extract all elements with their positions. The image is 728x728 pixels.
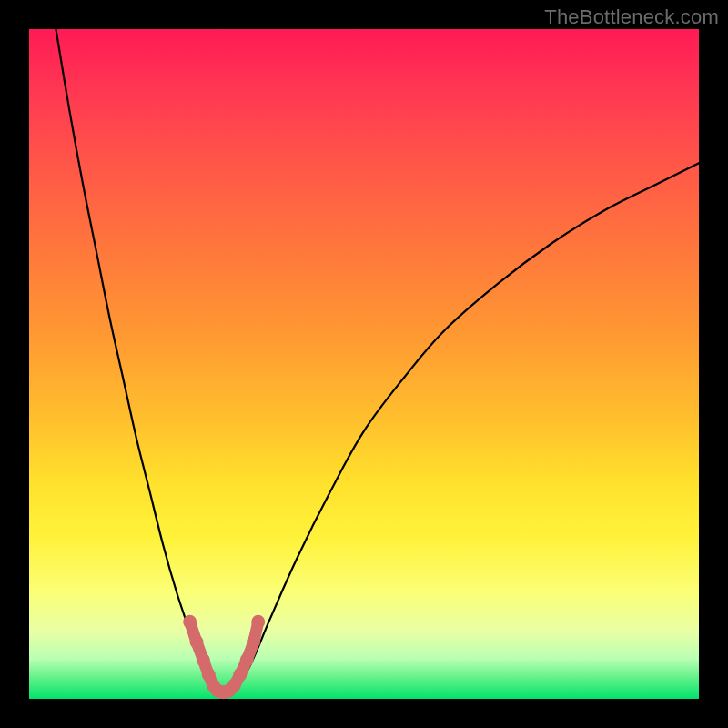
- chart-frame: TheBottleneck.com: [0, 0, 728, 728]
- svg-point-1: [190, 635, 204, 649]
- svg-point-11: [247, 635, 260, 649]
- curve-right-branch: [233, 163, 699, 692]
- svg-point-10: [240, 653, 254, 667]
- watermark-text: TheBottleneck.com: [544, 5, 719, 29]
- v-marker-series: [183, 615, 265, 699]
- plot-area: [29, 29, 699, 699]
- curve-layer: [29, 29, 699, 699]
- svg-point-9: [233, 668, 247, 682]
- svg-point-12: [251, 615, 265, 629]
- svg-point-2: [197, 653, 210, 667]
- curve-left-branch: [56, 29, 213, 693]
- svg-point-0: [183, 615, 197, 629]
